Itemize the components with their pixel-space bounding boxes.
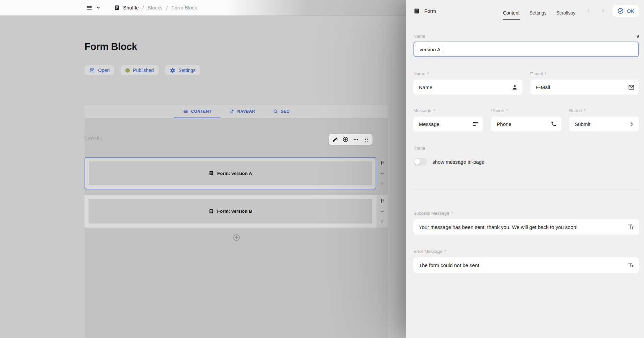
tab-seo-label: SEO — [281, 109, 290, 114]
tab-content-label: CONTENT — [191, 109, 212, 114]
settings-button-label: Settings — [178, 68, 196, 73]
form-block-icon — [209, 209, 214, 214]
block-name-label: Name — [413, 34, 425, 39]
block-settings-icon[interactable] — [380, 199, 385, 203]
breadcrumb-current: Form Block — [171, 5, 197, 10]
ok-button[interactable]: OK — [613, 5, 639, 17]
page-title: Form Block — [85, 41, 137, 52]
layout-block-inner: Form: version A — [89, 161, 372, 185]
open-button[interactable]: Open — [85, 65, 114, 75]
message-field-value: Message — [419, 121, 439, 127]
layout-block-inner: Form: version B — [89, 199, 372, 224]
add-layout-button[interactable] — [233, 234, 240, 241]
breadcrumb-app[interactable]: Shuffle — [114, 5, 139, 11]
gear-icon — [170, 68, 175, 73]
block-settings-icon[interactable] — [380, 161, 385, 165]
panel-title-group: Form — [413, 8, 436, 14]
layout-block-version-b[interactable]: Form: version B — [85, 195, 376, 228]
email-field-value: E-Mail — [536, 84, 550, 90]
edit-button[interactable] — [330, 135, 339, 144]
page-actions: Open Published Settings — [85, 65, 200, 75]
block-a-handles — [376, 157, 388, 189]
success-message-value: Your message has been sent, thank you. W… — [419, 224, 577, 230]
required-marker: * — [545, 71, 546, 76]
drag-dots-icon[interactable] — [380, 219, 384, 224]
search-icon — [273, 109, 278, 114]
name-field-input[interactable]: Name — [413, 80, 522, 95]
next-chevron-icon[interactable] — [600, 8, 606, 14]
text-lines-icon — [472, 121, 479, 127]
tab-navbar[interactable]: NAVBAR — [220, 105, 264, 118]
typography-icon — [628, 262, 635, 268]
layout-block-version-a[interactable]: Form: version A — [85, 157, 376, 189]
block-name-value: version A — [420, 47, 440, 52]
required-marker: * — [451, 211, 453, 216]
panel-header: Form Content Settings Scrollspy OK — [413, 0, 639, 22]
divider — [413, 189, 639, 189]
name-field-label: Name — [413, 71, 425, 76]
chevron-right-icon — [629, 121, 635, 127]
error-message-label: Error Message — [413, 249, 442, 254]
open-in-browser-icon — [89, 68, 95, 73]
phone-icon — [551, 121, 557, 127]
breadcrumb-section[interactable]: Blocks — [148, 5, 163, 10]
breadcrumb: Shuffle / Blocks / Form Block — [114, 5, 197, 11]
settings-button[interactable]: Settings — [165, 65, 200, 75]
layout-row-a: Form: version A — [85, 157, 388, 189]
panel-tab-settings[interactable]: Settings — [529, 2, 547, 20]
person-icon — [511, 84, 518, 90]
error-message-value: The form could not be sent — [419, 262, 479, 268]
layout-block-label: Form: version B — [217, 209, 252, 214]
panel-tab-content[interactable]: Content — [503, 2, 520, 20]
toggle-label: show message in-page — [432, 159, 484, 165]
required-marker: * — [584, 108, 586, 113]
top-bar: Shuffle / Blocks / Form Block — [0, 0, 406, 16]
workspace: Shuffle / Blocks / Form Block Form Block… — [0, 0, 406, 338]
tab-content[interactable]: CONTENT — [174, 105, 220, 118]
drag-dots-icon[interactable] — [380, 181, 384, 186]
breadcrumb-separator: / — [166, 5, 168, 10]
email-field-input[interactable]: E-Mail — [530, 80, 639, 95]
form-block-icon — [209, 171, 214, 176]
add-button[interactable] — [341, 135, 350, 144]
text-caret — [441, 46, 442, 52]
block-b-handles — [376, 195, 388, 228]
tab-seo[interactable]: SEO — [264, 105, 299, 118]
required-marker: * — [506, 108, 508, 113]
collapse-chevron-icon[interactable] — [380, 209, 385, 214]
main-menu-button[interactable] — [86, 4, 100, 11]
required-marker: * — [427, 71, 429, 76]
toggle-knob — [414, 159, 420, 165]
more-options-button[interactable] — [351, 135, 360, 144]
message-field-input[interactable]: Message — [413, 116, 483, 131]
layout-row-b: Form: version B — [85, 195, 388, 228]
panel-tabs: Content Settings Scrollspy — [503, 2, 576, 20]
show-message-toggle[interactable] — [413, 158, 427, 165]
collapse-chevron-icon[interactable] — [380, 171, 385, 176]
success-message-input[interactable]: Your message has been sent, thank you. W… — [413, 219, 639, 235]
drag-grid-icon — [363, 137, 369, 142]
form-icon — [413, 8, 420, 14]
message-field-label: Message — [413, 108, 431, 113]
panel-tab-scrollspy[interactable]: Scrollspy — [556, 2, 576, 20]
block-name-input[interactable]: version A — [413, 42, 639, 57]
pencil-icon — [332, 137, 338, 142]
char-counter: 9 — [637, 34, 639, 39]
published-status-button[interactable]: Published — [121, 65, 159, 75]
email-field-label: E-mail — [530, 71, 543, 76]
panel-title: Form — [424, 8, 436, 14]
button-field-value: Submit — [575, 121, 591, 127]
error-message-input[interactable]: The form could not be sent — [413, 257, 639, 273]
sliders-icon — [229, 109, 235, 114]
drag-handle-button[interactable] — [362, 135, 371, 144]
prev-chevron-icon[interactable] — [586, 8, 591, 14]
button-field-input[interactable]: Submit — [569, 116, 639, 131]
phone-field-input[interactable]: Phone — [491, 116, 561, 131]
name-field-value: Name — [419, 84, 432, 90]
layouts-label: Layouts — [85, 135, 102, 140]
chevron-down-icon — [96, 5, 100, 10]
tab-navbar-label: NAVBAR — [237, 109, 255, 114]
ok-button-label: OK — [627, 8, 634, 14]
form-editor-panel: Form Content Settings Scrollspy OK Name … — [406, 0, 644, 338]
published-dot-icon — [125, 68, 130, 73]
